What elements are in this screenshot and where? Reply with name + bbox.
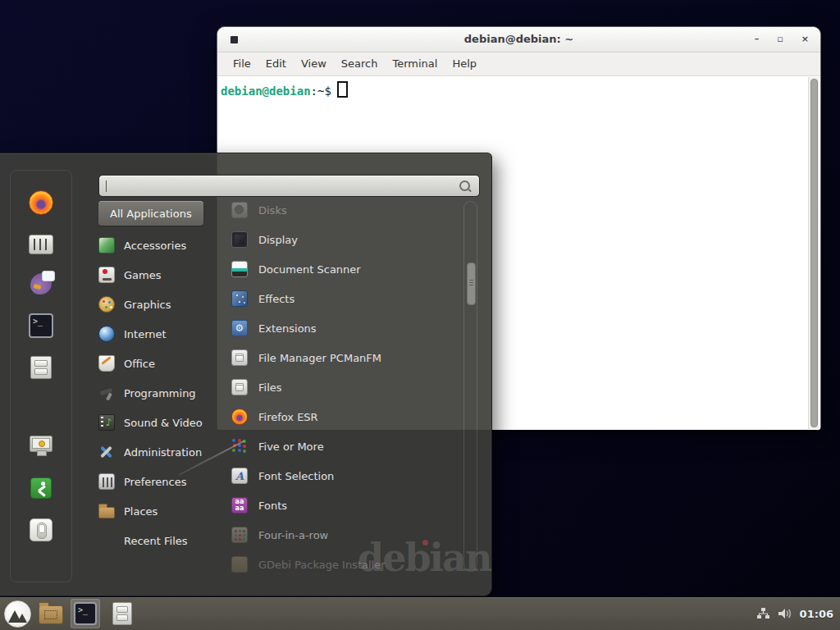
close-icon[interactable]: × xyxy=(801,27,809,52)
debian-watermark: debian xyxy=(358,536,491,580)
games-icon xyxy=(98,267,115,283)
minimize-icon[interactable]: – xyxy=(755,27,760,52)
prompt-suffix: :~$ xyxy=(311,84,331,98)
category-recent-files[interactable]: Recent Files xyxy=(92,526,227,555)
terminal-titlebar[interactable]: debian@debian: ~ – ▫ × xyxy=(217,27,820,52)
disks-icon xyxy=(231,202,248,218)
category-preferences[interactable]: Preferences xyxy=(92,467,227,496)
menu-search[interactable]: Search xyxy=(334,52,386,75)
debian-logo-dot xyxy=(422,540,428,546)
app-font-selection[interactable]: A Font Selection xyxy=(231,461,454,491)
log-out-icon[interactable] xyxy=(30,477,52,499)
app-document-scanner[interactable]: Document Scanner xyxy=(231,254,454,284)
desktop-folder-icon[interactable] xyxy=(39,605,63,624)
menu-edit[interactable]: Edit xyxy=(258,52,294,75)
menu-help[interactable]: Help xyxy=(445,52,484,75)
favorites-column: >_ xyxy=(10,170,72,582)
app-fonts[interactable]: aa aa Fonts xyxy=(231,491,454,520)
programming-icon xyxy=(98,385,115,401)
category-internet[interactable]: Internet xyxy=(92,319,227,349)
app-file-manager-pcmanfm[interactable]: File Manager PCManFM xyxy=(231,343,454,372)
favorite-pidgin-icon[interactable] xyxy=(30,273,52,294)
menu-scrollbar-thumb[interactable] xyxy=(467,262,476,305)
menu-file[interactable]: File xyxy=(226,52,258,75)
office-icon xyxy=(98,355,115,372)
firefox-icon xyxy=(231,409,248,425)
favorite-firefox-icon[interactable] xyxy=(29,190,53,215)
favorite-terminal-icon[interactable]: >_ xyxy=(29,313,53,338)
favorite-settings-icon[interactable] xyxy=(29,235,53,254)
app-firefox-esr[interactable]: Firefox ESR xyxy=(231,402,454,431)
font-selection-icon: A xyxy=(231,468,248,484)
maximize-icon[interactable]: ▫ xyxy=(777,27,783,52)
terminal-scrollbar-thumb[interactable] xyxy=(810,79,818,427)
prompt-user: debian@debian xyxy=(221,84,311,98)
menu-terminal[interactable]: Terminal xyxy=(385,52,445,75)
network-icon[interactable] xyxy=(756,607,770,620)
preferences-icon xyxy=(98,473,115,490)
category-all-applications[interactable]: All Applications xyxy=(98,201,203,226)
administration-icon xyxy=(98,444,115,460)
terminal-scrollbar[interactable] xyxy=(808,77,819,429)
category-games[interactable]: Games xyxy=(92,260,227,290)
category-list: All Applications Accessories Games Graph… xyxy=(92,201,227,555)
search-input[interactable] xyxy=(98,175,480,197)
app-extensions[interactable]: ⚙ Extensions xyxy=(231,313,454,343)
menu-scrollbar[interactable] xyxy=(463,201,477,572)
application-menu: >_ All Applications Accessories Games Gr… xyxy=(0,153,492,596)
app-effects[interactable]: Effects xyxy=(231,284,454,313)
menu-button[interactable] xyxy=(4,600,31,628)
app-disks[interactable]: Disks xyxy=(231,195,454,225)
four-in-a-row-icon xyxy=(231,527,248,543)
app-five-or-more[interactable]: Five or More xyxy=(231,431,454,461)
category-programming[interactable]: Programming xyxy=(92,378,227,408)
menu-view[interactable]: View xyxy=(294,52,334,75)
terminal-cursor xyxy=(337,81,348,98)
display-icon xyxy=(231,231,248,248)
category-sound-video[interactable]: ♪ Sound & Video xyxy=(92,408,227,437)
graphics-icon xyxy=(98,296,115,313)
terminal-title: debian@debian: ~ xyxy=(217,27,820,52)
extensions-icon: ⚙ xyxy=(231,320,248,336)
internet-icon xyxy=(98,326,115,342)
gdebi-icon xyxy=(231,556,248,573)
desktop: { "desktop": { "watermark": "debian", "b… xyxy=(0,0,840,630)
sound-video-icon: ♪ xyxy=(98,414,115,431)
text-caret xyxy=(106,180,107,192)
category-office[interactable]: Office xyxy=(92,349,227,378)
lock-screen-icon[interactable] xyxy=(29,434,53,459)
terminal-menubar: File Edit View Search Terminal Help xyxy=(217,52,820,76)
files-icon xyxy=(231,379,248,395)
category-places[interactable]: Places xyxy=(92,496,227,526)
category-accessories[interactable]: Accessories xyxy=(92,231,227,260)
effects-icon xyxy=(231,290,248,307)
clock[interactable]: 01:06 xyxy=(800,608,833,620)
taskbar-files-button[interactable] xyxy=(107,599,137,628)
category-administration[interactable]: Administration xyxy=(92,437,227,467)
application-list: Disks Display Document Scanner Effects ⚙… xyxy=(231,195,454,579)
file-manager-icon xyxy=(231,349,248,366)
taskbar: >_ 01:06 xyxy=(0,597,840,630)
category-graphics[interactable]: Graphics xyxy=(92,290,227,319)
taskbar-terminal-button[interactable]: >_ xyxy=(71,599,100,628)
fonts-icon: aa aa xyxy=(231,497,248,514)
document-scanner-icon xyxy=(231,261,248,277)
accessories-icon xyxy=(98,237,115,253)
shut-down-icon[interactable] xyxy=(30,518,52,541)
places-icon xyxy=(98,507,115,518)
terminal-icon: >_ xyxy=(74,602,97,625)
search-icon xyxy=(459,180,470,191)
file-cabinet-icon xyxy=(112,602,132,625)
app-files[interactable]: Files xyxy=(231,372,454,402)
volume-icon[interactable] xyxy=(778,607,792,620)
favorite-file-manager-icon[interactable] xyxy=(30,356,52,379)
app-display[interactable]: Display xyxy=(231,225,454,254)
